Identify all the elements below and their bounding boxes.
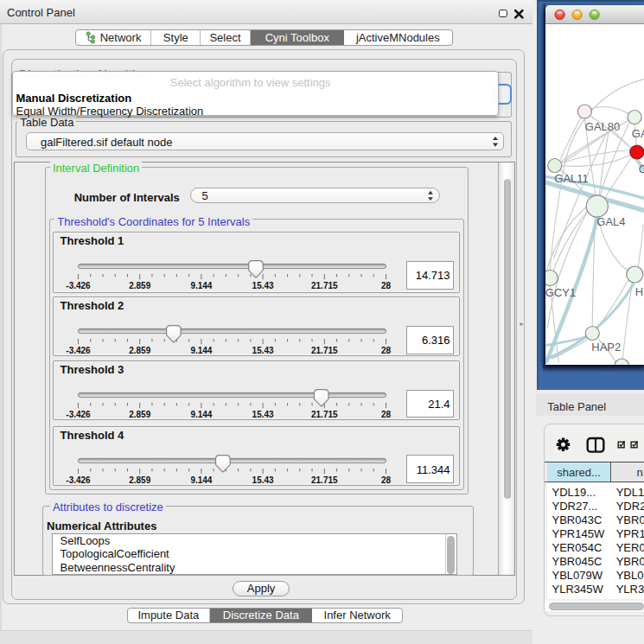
svg-text:15.43: 15.43 [252, 409, 274, 418]
svg-text:-3.426: -3.426 [66, 346, 91, 355]
svg-text:H: H [634, 285, 642, 298]
svg-text:GCY1: GCY1 [545, 286, 576, 299]
svg-text:9.144: 9.144 [190, 281, 212, 290]
svg-text:Threshold 2: Threshold 2 [61, 299, 124, 312]
svg-text:28: 28 [381, 346, 392, 355]
svg-text:-3.426: -3.426 [66, 475, 91, 484]
svg-text:28: 28 [381, 281, 392, 290]
svg-text:Threshold 4: Threshold 4 [61, 429, 124, 442]
svg-text:2.859: 2.859 [129, 281, 150, 290]
svg-text:21.715: 21.715 [311, 475, 338, 484]
svg-text:15.43: 15.43 [252, 281, 274, 290]
svg-text:HAP2: HAP2 [591, 341, 621, 354]
svg-text:21.715: 21.715 [311, 281, 338, 290]
svg-text:-3.426: -3.426 [66, 409, 91, 418]
svg-text:GAL4: GAL4 [596, 215, 625, 228]
svg-text:9.144: 9.144 [190, 346, 212, 355]
svg-text:GAL80: GAL80 [584, 120, 619, 133]
svg-text:2.859: 2.859 [129, 409, 150, 418]
svg-text:21.715: 21.715 [311, 409, 338, 418]
svg-text:9.144: 9.144 [190, 475, 212, 484]
svg-text:GAL11: GAL11 [554, 172, 589, 185]
svg-text:15.43: 15.43 [252, 346, 274, 355]
svg-text:21.715: 21.715 [311, 346, 338, 355]
svg-text:C: C [638, 163, 643, 175]
svg-text:9.144: 9.144 [190, 409, 212, 418]
svg-text:2.859: 2.859 [129, 475, 150, 484]
svg-text:2.859: 2.859 [129, 346, 150, 355]
svg-text:28: 28 [381, 475, 392, 484]
svg-text:Threshold 1: Threshold 1 [61, 234, 124, 247]
svg-text:-3.426: -3.426 [66, 281, 91, 290]
svg-text:Threshold 3: Threshold 3 [61, 363, 124, 376]
svg-text:28: 28 [381, 409, 392, 418]
svg-text:15.43: 15.43 [252, 475, 274, 484]
svg-text:GA: GA [631, 127, 643, 140]
